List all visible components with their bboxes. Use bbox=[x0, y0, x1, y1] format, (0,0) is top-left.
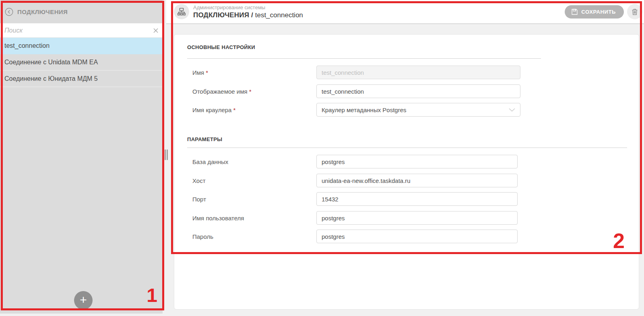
page-title: ПОДКЛЮЧЕНИЯ / bbox=[193, 11, 253, 19]
form-row: Хост bbox=[187, 174, 627, 187]
sidebar-header: ПОДКЛЮЧЕНИЯ bbox=[0, 0, 163, 23]
password-field[interactable] bbox=[316, 230, 518, 243]
search-bar bbox=[0, 23, 163, 38]
form-row: Порт bbox=[187, 192, 627, 206]
sidebar-title: ПОДКЛЮЧЕНИЯ bbox=[17, 8, 68, 15]
search-input[interactable] bbox=[0, 23, 163, 37]
section-title-parameters: ПАРАМЕТРЫ bbox=[187, 136, 627, 142]
breadcrumb-parent: Администрирование системы bbox=[193, 4, 565, 10]
trash-icon bbox=[631, 8, 638, 16]
form-row: Отображаемое имя* bbox=[187, 84, 627, 98]
connection-list-item[interactable]: Соединение с Юнидата МДМ 5 bbox=[0, 71, 163, 87]
plus-icon: + bbox=[80, 294, 87, 306]
page-header: Администрирование системы ПОДКЛЮЧЕНИЯ / … bbox=[166, 0, 644, 24]
name-field[interactable] bbox=[316, 66, 520, 79]
sitemap-icon bbox=[174, 4, 189, 19]
save-button[interactable]: СОХРАНИТЬ bbox=[565, 5, 624, 18]
required-marker: * bbox=[206, 69, 208, 76]
field-label: Имя краулера* bbox=[187, 107, 316, 113]
entity-name: test_connection bbox=[253, 11, 303, 19]
save-button-label: СОХРАНИТЬ bbox=[581, 9, 616, 15]
floppy-disk-icon bbox=[571, 8, 578, 15]
connection-form-card: ОСНОВНЫЕ НАСТРОЙКИ Имя* Отображаемое имя… bbox=[174, 34, 639, 310]
field-label: Отображаемое имя* bbox=[187, 88, 316, 95]
host-field[interactable] bbox=[316, 174, 518, 187]
field-label: Пароль bbox=[187, 233, 316, 240]
form-row: Пароль bbox=[187, 230, 627, 243]
clear-search-icon[interactable] bbox=[152, 27, 159, 34]
field-label: Имя пользователя bbox=[187, 215, 316, 222]
field-label: Порт bbox=[187, 196, 316, 203]
delete-button[interactable] bbox=[627, 4, 642, 19]
port-field[interactable] bbox=[316, 192, 518, 206]
form-row: Имя пользователя bbox=[187, 211, 627, 225]
connection-list-item[interactable]: Соединение с Unidata MDM EA bbox=[0, 54, 163, 71]
connections-sidebar: ПОДКЛЮЧЕНИЯ test_connection Соединение с… bbox=[0, 0, 163, 314]
selected-option: Краулер метаданных Postgres bbox=[322, 107, 407, 113]
form-row: Имя* bbox=[187, 66, 627, 79]
display-name-field[interactable] bbox=[316, 84, 520, 98]
breadcrumb: Администрирование системы ПОДКЛЮЧЕНИЯ / … bbox=[193, 4, 565, 19]
app-window: ПОДКЛЮЧЕНИЯ test_connection Соединение с… bbox=[0, 0, 644, 316]
section-divider bbox=[187, 148, 627, 148]
form-row: База данных bbox=[187, 155, 627, 168]
form-row: Имя краулера* Краулер метаданных Postgre… bbox=[187, 103, 627, 117]
panel-resize-handle[interactable] bbox=[165, 150, 169, 160]
username-field[interactable] bbox=[316, 211, 518, 225]
crawler-name-select[interactable]: Краулер метаданных Postgres bbox=[316, 103, 520, 117]
chevron-down-icon bbox=[509, 108, 515, 112]
required-marker: * bbox=[233, 107, 235, 113]
section-title-main-settings: ОСНОВНЫЕ НАСТРОЙКИ bbox=[187, 44, 627, 50]
section-divider bbox=[187, 58, 541, 59]
field-label: Хост bbox=[187, 177, 316, 184]
field-label: База данных bbox=[187, 158, 316, 165]
connection-list-item[interactable]: test_connection bbox=[0, 38, 163, 54]
add-connection-button[interactable]: + bbox=[74, 291, 93, 310]
required-marker: * bbox=[249, 88, 252, 95]
field-label: Имя* bbox=[187, 69, 316, 76]
database-field[interactable] bbox=[316, 155, 518, 168]
back-icon[interactable] bbox=[5, 8, 13, 16]
